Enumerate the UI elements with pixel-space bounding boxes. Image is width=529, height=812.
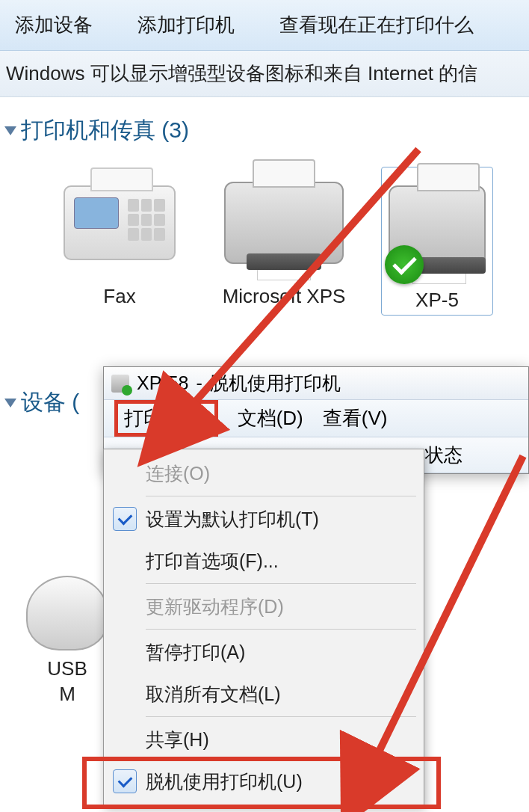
menu-update-driver: 更新驱动程序(D) (104, 585, 424, 627)
title-status: 脱机使用打印机 (210, 371, 341, 396)
menu-printer[interactable]: 打印机(P) (114, 400, 218, 437)
menu-cancel-all[interactable]: 取消所有文档(L) (104, 673, 424, 715)
collapse-icon (4, 399, 16, 407)
check-icon (113, 507, 137, 531)
col-status[interactable]: 状态 (425, 443, 463, 467)
menu-preferences[interactable]: 打印首选项(F)... (104, 540, 424, 582)
default-check-icon (385, 245, 424, 284)
toolbar-view-printing[interactable]: 查看现在正在打印什么 (279, 12, 474, 38)
window-titlebar[interactable]: XP-58 - 脱机使用打印机 (104, 367, 528, 400)
toolbar-add-printer[interactable]: 添加打印机 (137, 12, 235, 38)
info-bar[interactable]: Windows 可以显示增强型设备图标和来自 Internet 的信 (0, 51, 529, 97)
collapse-icon (4, 126, 16, 135)
device-label: XP-5 (415, 289, 459, 312)
usb-device-icon (26, 576, 108, 650)
device-xp58[interactable]: XP-5 (381, 167, 493, 316)
section-title: 设备 ( (21, 387, 79, 418)
device-fax[interactable]: Fax (52, 167, 187, 316)
printer-dropdown-menu: 连接(O) 设置为默认打印机(T) 打印首选项(F)... 更新驱动程序(D) … (103, 449, 424, 806)
devices-row: Fax Microsoft XPS XP-5 (0, 152, 529, 323)
title-separator: - (196, 372, 202, 394)
printer-icon (377, 170, 497, 283)
annotation-red-box-offline (82, 757, 441, 809)
menu-document[interactable]: 文档(D) (238, 405, 303, 431)
device-label: USBM (47, 656, 87, 707)
section-title: 打印机和传真 (3) (21, 115, 189, 146)
toolbar: 添加设备 添加打印机 查看现在正在打印什么 (0, 0, 529, 51)
printer-icon (224, 167, 344, 279)
toolbar-add-device[interactable]: 添加设备 (15, 12, 93, 38)
menu-sharing[interactable]: 共享(H) (104, 719, 424, 760)
device-xps[interactable]: Microsoft XPS (217, 167, 351, 316)
menu-set-default[interactable]: 设置为默认打印机(T) (104, 498, 424, 540)
menu-connect: 连接(O) (104, 452, 424, 494)
info-bar-text: Windows 可以显示增强型设备图标和来自 Internet 的信 (6, 61, 477, 87)
section-printers-fax[interactable]: 打印机和传真 (3) (6, 115, 529, 146)
printer-small-icon (111, 375, 129, 393)
device-label: Fax (103, 285, 135, 308)
menu-view[interactable]: 查看(V) (323, 405, 388, 431)
window-menubar: 打印机(P) 文档(D) 查看(V) (104, 400, 528, 437)
device-usb[interactable]: USBM (22, 576, 112, 707)
title-printer-name: XP-58 (137, 372, 188, 394)
fax-icon (60, 167, 179, 279)
menu-pause[interactable]: 暂停打印(A) (104, 631, 424, 673)
device-label: Microsoft XPS (223, 285, 346, 308)
